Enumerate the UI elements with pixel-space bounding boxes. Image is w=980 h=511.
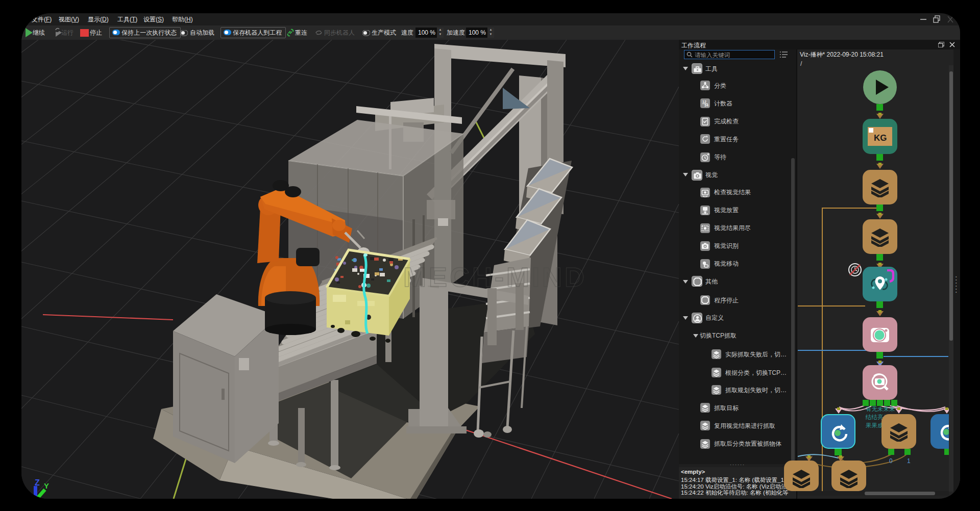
svg-text:KG: KG bbox=[874, 133, 887, 143]
svg-text:34: 34 bbox=[704, 104, 708, 107]
svg-text:MECH-MIND: MECH-MIND bbox=[403, 262, 587, 292]
svg-text:Y: Y bbox=[44, 481, 49, 490]
svg-text:12: 12 bbox=[702, 100, 706, 104]
svg-text:Z: Z bbox=[35, 478, 40, 487]
